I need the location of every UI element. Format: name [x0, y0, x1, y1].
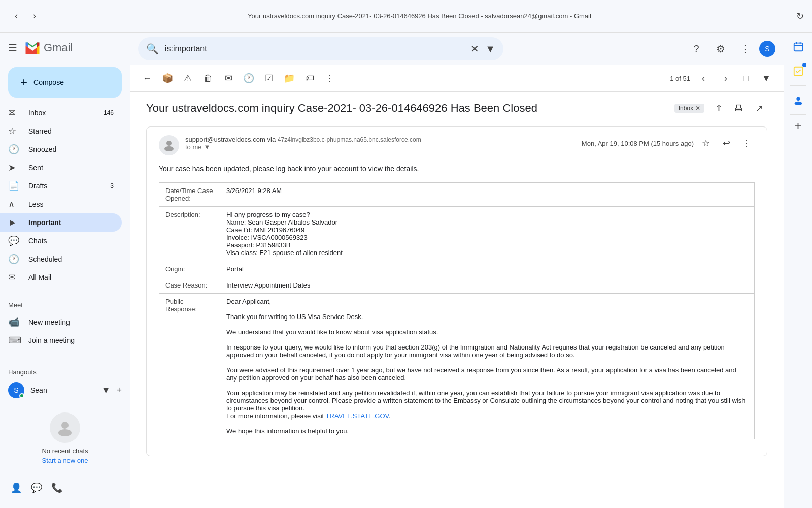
scheduled-label: Scheduled	[28, 255, 114, 263]
sidebar-item-starred[interactable]: ☆ Starred	[0, 122, 122, 140]
to-me-text: to me	[185, 143, 202, 151]
label-button[interactable]: 🏷	[300, 69, 319, 87]
hangout-username: Sean	[30, 386, 95, 394]
sidebar-item-chats[interactable]: 💬 Chats	[0, 232, 122, 250]
sidebar-item-all-mail[interactable]: ✉ All Mail	[0, 268, 122, 287]
apps-button[interactable]: ⋮	[735, 39, 755, 59]
settings-button[interactable]: ⚙	[710, 39, 731, 59]
video-icon: 📹	[8, 316, 20, 328]
hangout-add-icon[interactable]: ▼	[101, 385, 111, 396]
sidebar-item-drafts[interactable]: 📄 Drafts 3	[0, 177, 122, 195]
reply-button[interactable]: ↩	[718, 135, 734, 151]
sent-label: Sent	[28, 164, 114, 172]
to-me-chevron: ▼	[204, 143, 211, 151]
sidebar-item-inbox[interactable]: ✉ Inbox 146	[0, 104, 122, 122]
mark-unread-button[interactable]: ✉	[219, 69, 238, 87]
user-avatar[interactable]: S	[759, 41, 775, 57]
pagination-prev-button[interactable]: ‹	[694, 69, 713, 87]
more-msg-options-button[interactable]: ⋮	[738, 135, 755, 151]
svg-point-2	[166, 141, 172, 146]
sender-person-icon	[163, 139, 175, 151]
meet-label: Meet	[0, 299, 130, 311]
drafts-icon: 📄	[8, 180, 20, 192]
gmail-logo-text: Gmail	[44, 41, 73, 54]
tasks-badge	[802, 63, 806, 67]
email-subject-text: Your ustraveldocs.com inquiry Case-2021-…	[146, 102, 668, 115]
app-body: ☰ Gmail + Compose ✉ Inbox	[0, 33, 812, 508]
gmail-m-icon	[23, 39, 42, 57]
search-input[interactable]	[165, 44, 464, 53]
search-clear-icon[interactable]: ✕	[470, 43, 479, 55]
right-panel: +	[784, 33, 812, 508]
people-icon[interactable]: 👤	[8, 480, 24, 496]
travel-state-gov-link[interactable]: TRAVEL.STATE.GOV	[326, 412, 389, 420]
sidebar-item-important[interactable]: ► Important	[0, 213, 122, 232]
browser-nav-arrows[interactable]: ‹ ›	[8, 8, 43, 24]
delete-button[interactable]: 🗑	[199, 69, 217, 87]
archive-button[interactable]: 📦	[158, 69, 177, 87]
subject-new-window-button[interactable]: ↗	[751, 100, 767, 116]
browser-back-btn[interactable]: ‹	[8, 8, 24, 24]
sidebar-item-sent[interactable]: ➤ Sent	[0, 158, 122, 177]
online-status-dot	[19, 393, 24, 398]
view-options-button[interactable]: ▼	[757, 69, 775, 87]
email-subject-area: Your ustraveldocs.com inquiry Case-2021-…	[146, 100, 767, 116]
tasks-svg	[793, 66, 804, 77]
sender-name-text: support@ustraveldocs.com	[185, 136, 265, 143]
important-label: Important	[28, 218, 114, 227]
hangout-plus-icon[interactable]: +	[116, 385, 122, 396]
to-me-row[interactable]: to me ▼	[185, 143, 576, 151]
svg-rect-4	[794, 43, 802, 51]
compose-label: Compose	[33, 78, 64, 86]
move-to-button[interactable]: 📁	[280, 69, 298, 87]
browser-forward-btn[interactable]: ›	[26, 8, 43, 24]
sidebar-item-less[interactable]: ∧ Less	[0, 195, 122, 213]
right-panel-contacts-icon[interactable]	[788, 90, 808, 110]
compose-button[interactable]: + Compose	[8, 67, 122, 98]
report-spam-button[interactable]: ⚠	[179, 69, 197, 87]
sidebar-footer: 👤 💬 📞	[0, 475, 130, 500]
table-row: Origin: Portal	[159, 261, 755, 277]
snoozed-icon: 🕐	[8, 144, 20, 155]
right-panel-tasks-icon[interactable]	[788, 61, 808, 81]
hangouts-section: Hangouts S Sean ▼ +	[0, 362, 130, 404]
snooze-button[interactable]: 🕐	[240, 69, 258, 87]
pagination-next-button[interactable]: ›	[717, 69, 735, 87]
email-body-text: Your case has been updated, please log b…	[159, 164, 755, 174]
sidebar-item-snoozed[interactable]: 🕐 Snoozed	[0, 140, 122, 158]
pagination-text: 1 of 51	[670, 75, 690, 82]
table-row: Public Response: Dear Applicant, Thank y…	[159, 294, 755, 439]
subject-print-button[interactable]: 🖶	[731, 100, 747, 116]
subject-expand-button[interactable]: ⇧	[710, 100, 727, 116]
inbox-badge-close[interactable]: ✕	[695, 105, 700, 112]
browser-reload-btn[interactable]: ↻	[796, 11, 804, 22]
tasks-button[interactable]: ☑	[260, 69, 278, 87]
menu-icon[interactable]: ☰	[8, 42, 17, 54]
search-options-icon[interactable]: ▼	[485, 43, 495, 55]
star-button[interactable]: ☆	[698, 135, 714, 151]
help-button[interactable]: ?	[686, 39, 706, 59]
search-bar: 🔍 ✕ ▼	[138, 37, 503, 60]
back-to-list-button[interactable]: ←	[138, 69, 156, 87]
right-panel-add-button[interactable]: +	[794, 119, 801, 133]
email-area: ← 📦 ⚠ 🗑 ✉ 🕐 ☑ 📁 🏷 ⋮ 1 of 51 ‹ › □ ▼	[130, 65, 784, 508]
all-mail-icon: ✉	[8, 272, 20, 283]
contacts-svg	[793, 94, 804, 106]
svg-point-9	[796, 97, 800, 101]
start-new-link[interactable]: Start a new one	[42, 457, 88, 464]
inbox-badge: Inbox ✕	[674, 104, 704, 113]
hangout-user-item[interactable]: S Sean ▼ +	[0, 380, 130, 400]
right-panel-calendar-icon[interactable]	[788, 37, 808, 57]
sidebar-item-scheduled[interactable]: 🕐 Scheduled	[0, 250, 122, 268]
phone-icon[interactable]: 📞	[49, 480, 65, 496]
view-toggle-button[interactable]: □	[737, 69, 755, 87]
scheduled-icon: 🕐	[8, 253, 20, 265]
meet-section: Meet 📹 New meeting ⌨ Join a meeting	[0, 295, 130, 354]
sidebar-item-new-meeting[interactable]: 📹 New meeting	[0, 313, 122, 331]
sidebar-item-join-meeting[interactable]: ⌨ Join a meeting	[0, 331, 122, 350]
drafts-count: 3	[110, 182, 114, 189]
pagination: 1 of 51 ‹ ›	[670, 69, 735, 87]
sender-via-text: via	[267, 136, 278, 143]
chat-icon[interactable]: 💬	[28, 480, 45, 496]
more-options-button[interactable]: ⋮	[321, 69, 339, 87]
